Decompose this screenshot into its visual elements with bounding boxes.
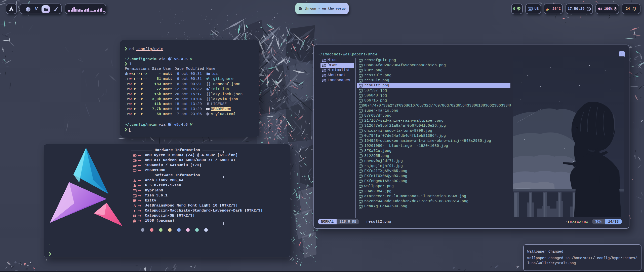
svg-text:A: A (133, 204, 136, 208)
